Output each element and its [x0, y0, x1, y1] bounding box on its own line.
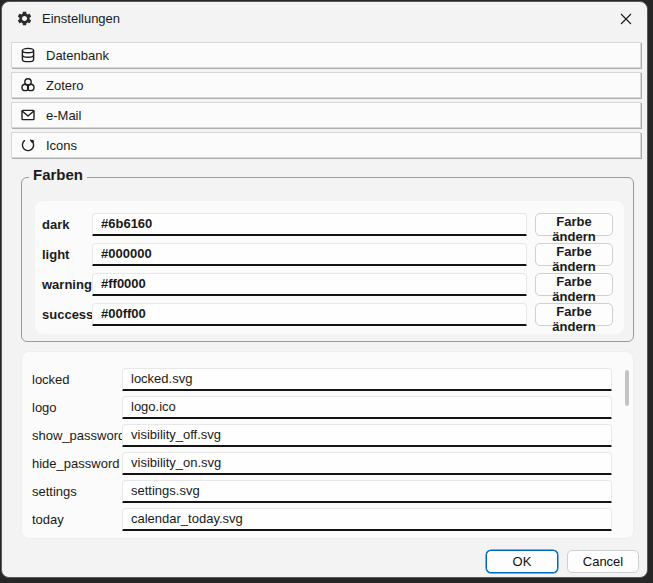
icon-file-input-show-password[interactable]	[122, 424, 612, 447]
icon-row-hide-password: hide_password	[32, 449, 633, 477]
dialog-footer: OK Cancel	[2, 539, 647, 573]
color-value-input-light[interactable]	[92, 243, 527, 266]
colors-group-title: Farben	[29, 166, 87, 183]
icon-row-today: today	[32, 505, 633, 533]
color-value-input-dark[interactable]	[92, 213, 527, 236]
titlebar[interactable]: Einstellungen	[2, 2, 647, 35]
color-label: light	[42, 247, 92, 262]
vertical-scrollbar[interactable]	[625, 370, 629, 406]
mail-icon	[20, 107, 36, 123]
section-icons[interactable]: Icons	[11, 132, 641, 158]
icon-file-input-logo[interactable]	[122, 396, 612, 419]
icon-file-input-today[interactable]	[122, 508, 612, 531]
icon-label: logo	[32, 400, 122, 415]
refresh-icon	[20, 137, 36, 153]
section-label: e-Mail	[46, 108, 81, 123]
color-label: success	[42, 307, 92, 322]
cancel-button[interactable]: Cancel	[567, 550, 639, 573]
change-color-button[interactable]: Farbe ändern	[535, 243, 613, 266]
section-label: Datenbank	[46, 48, 109, 63]
icon-file-input-locked[interactable]	[122, 368, 612, 391]
color-value-input-success[interactable]	[92, 303, 527, 326]
icon-label: hide_password	[32, 456, 122, 471]
change-color-button[interactable]: Farbe ändern	[535, 273, 613, 296]
icon-label: today	[32, 512, 122, 527]
icon-row-show-password: show_password	[32, 421, 633, 449]
close-icon	[620, 13, 632, 25]
close-button[interactable]	[605, 4, 647, 34]
icon-row-logo: logo	[32, 393, 633, 421]
colors-panel: dark Farbe ändern light Farbe ändern war…	[35, 201, 624, 334]
settings-dialog: Einstellungen Datenbank Zotero	[1, 1, 648, 578]
change-color-button[interactable]: Farbe ändern	[535, 303, 613, 326]
color-row-dark: dark Farbe ändern	[35, 209, 624, 239]
color-row-light: light Farbe ändern	[35, 239, 624, 269]
database-icon	[20, 47, 36, 63]
icon-label: settings	[32, 484, 122, 499]
icon-file-input-hide-password[interactable]	[122, 452, 612, 475]
ok-button[interactable]: OK	[486, 550, 558, 573]
color-value-input-warning[interactable]	[92, 273, 527, 296]
icon-label: show_password	[32, 428, 122, 443]
settings-sections: Datenbank Zotero e-Mail Icons	[2, 35, 647, 158]
icon-files-panel: locked logo show_password hide_password …	[21, 351, 634, 539]
color-row-warning: warning Farbe ändern	[35, 269, 624, 299]
zotero-icon	[20, 77, 36, 93]
icon-file-input-settings[interactable]	[122, 480, 612, 503]
section-datenbank[interactable]: Datenbank	[11, 42, 641, 68]
icon-row-settings: settings	[32, 477, 633, 505]
color-label: dark	[42, 217, 92, 232]
section-label: Zotero	[46, 78, 84, 93]
window-title: Einstellungen	[42, 11, 120, 26]
color-row-success: success Farbe ändern	[35, 299, 624, 329]
icon-row-locked: locked	[32, 365, 633, 393]
gear-icon	[16, 10, 33, 27]
color-label: warning	[42, 277, 92, 292]
change-color-button[interactable]: Farbe ändern	[535, 213, 613, 236]
section-zotero[interactable]: Zotero	[11, 72, 641, 98]
section-label: Icons	[46, 138, 77, 153]
icon-label: locked	[32, 372, 122, 387]
section-email[interactable]: e-Mail	[11, 102, 641, 128]
colors-groupbox: Farben dark Farbe ändern light Farbe änd…	[21, 177, 634, 342]
